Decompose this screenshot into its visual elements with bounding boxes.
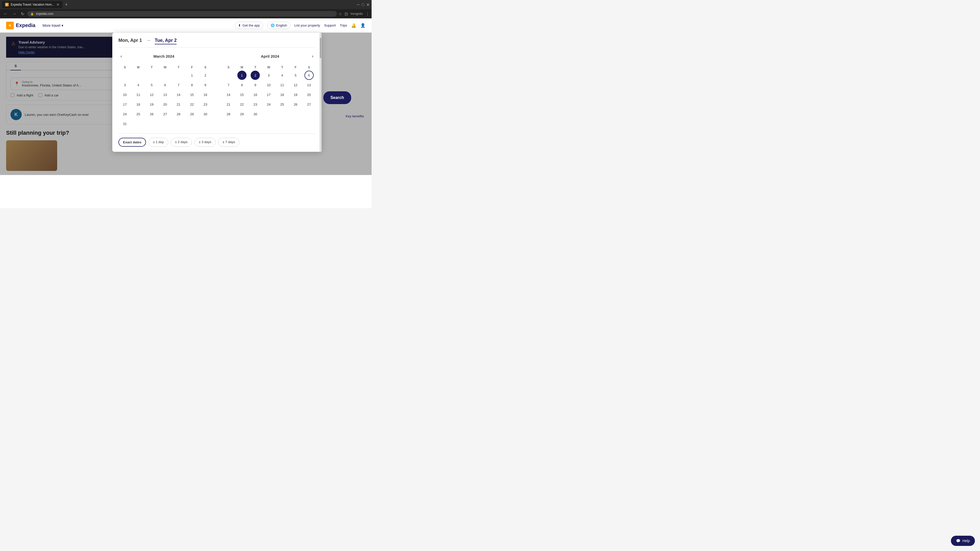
forward-button[interactable]: → — [11, 11, 18, 17]
april-day-3[interactable]: 3 — [264, 71, 273, 80]
day-header-t1: T — [145, 64, 158, 71]
april-day-9[interactable]: 9 — [251, 80, 260, 89]
march-day-8[interactable]: 8 — [187, 80, 197, 89]
notifications-icon[interactable]: 🔔 — [351, 23, 356, 28]
address-bar[interactable]: 🔒 expedia.com — [27, 11, 337, 17]
april-day-6[interactable]: 6 — [304, 71, 313, 80]
extension-icon[interactable]: ⊡ — [345, 11, 348, 16]
march-day-15[interactable]: 15 — [187, 90, 197, 99]
tab-close-button[interactable]: ✕ — [56, 3, 59, 6]
march-day-23[interactable]: 23 — [201, 100, 210, 109]
march-day-13[interactable]: 13 — [161, 90, 170, 99]
march-day-9[interactable]: 9 — [201, 80, 210, 89]
back-button[interactable]: ← — [2, 11, 9, 17]
end-date-field[interactable]: Tue, Apr 2 — [155, 38, 177, 43]
march-day-25[interactable]: 25 — [134, 110, 143, 119]
april-day-20[interactable]: 20 — [304, 90, 313, 99]
scrollbar[interactable] — [320, 33, 321, 152]
logo[interactable]: ✈ Expedia — [6, 22, 35, 29]
april-day-22[interactable]: 22 — [237, 100, 247, 109]
key-benefits-link[interactable]: Key benefits — [345, 114, 364, 118]
maximize-button[interactable]: □ — [362, 2, 364, 7]
start-date-label[interactable]: Mon, Apr 1 — [118, 38, 142, 43]
march-day-5[interactable]: 5 — [147, 80, 156, 89]
march-day-30[interactable]: 30 — [201, 110, 210, 119]
april-day-17[interactable]: 17 — [264, 90, 273, 99]
march-day-18[interactable]: 18 — [134, 100, 143, 109]
language-button[interactable]: 🌐 English — [267, 22, 290, 29]
april-day-10[interactable]: 10 — [264, 80, 273, 89]
march-day-29[interactable]: 29 — [187, 110, 197, 119]
account-icon[interactable]: 👤 — [360, 23, 366, 28]
active-tab[interactable]: E Expedia Travel: Vacation Hom... ✕ — [2, 1, 62, 8]
march-day-27[interactable]: 27 — [161, 110, 170, 119]
march-day-31[interactable]: 31 — [120, 119, 129, 128]
date-filter-Exactdates[interactable]: Exact dates — [118, 138, 146, 147]
close-button[interactable]: ✕ — [366, 2, 369, 7]
april-day-4[interactable]: 4 — [278, 71, 287, 80]
march-day-10[interactable]: 10 — [120, 90, 129, 99]
prev-month-button[interactable]: ‹ — [118, 52, 124, 60]
new-tab-button[interactable]: + — [64, 2, 69, 8]
april-day-5[interactable]: 5 — [291, 71, 300, 80]
march-day-17[interactable]: 17 — [120, 100, 129, 109]
april-day-21[interactable]: 21 — [224, 100, 233, 109]
april-day-25[interactable]: 25 — [278, 100, 287, 109]
date-filter-pm1day[interactable]: ± 1 day — [148, 138, 168, 147]
trips-link[interactable]: Trips — [340, 24, 347, 27]
march-day-28[interactable]: 28 — [174, 110, 183, 119]
minimize-button[interactable]: ─ — [357, 2, 360, 7]
march-day-11[interactable]: 11 — [134, 90, 143, 99]
april-day-15[interactable]: 15 — [237, 90, 247, 99]
april-day-19[interactable]: 19 — [291, 90, 300, 99]
bookmark-icon[interactable]: ☆ — [339, 11, 342, 16]
april-day-29[interactable]: 29 — [237, 110, 247, 119]
search-button[interactable]: Search — [323, 91, 351, 104]
march-day-26[interactable]: 26 — [147, 110, 156, 119]
april-day-2[interactable]: 2 — [251, 71, 260, 80]
april-day-27[interactable]: 27 — [304, 100, 313, 109]
date-filter-pm2days[interactable]: ± 2 days — [171, 138, 192, 147]
march-day-21[interactable]: 21 — [174, 100, 183, 109]
april-day-26[interactable]: 26 — [291, 100, 300, 109]
more-travel-button[interactable]: More travel ▾ — [43, 24, 63, 27]
date-filter-pm7days[interactable]: ± 7 days — [218, 138, 239, 147]
april-day-14[interactable]: 14 — [224, 90, 233, 99]
april-day-11[interactable]: 11 — [278, 80, 287, 89]
march-day-4[interactable]: 4 — [134, 80, 143, 89]
april-day-12[interactable]: 12 — [291, 80, 300, 89]
end-date-label[interactable]: Tue, Apr 2 — [155, 38, 177, 44]
start-date-field[interactable]: Mon, Apr 1 — [118, 38, 142, 43]
april-day-8[interactable]: 8 — [237, 80, 247, 89]
april-day-24[interactable]: 24 — [264, 100, 273, 109]
date-filter-pm3days[interactable]: ± 3 days — [194, 138, 216, 147]
march-day-12[interactable]: 12 — [147, 90, 156, 99]
april-day-30[interactable]: 30 — [251, 110, 260, 119]
march-day-24[interactable]: 24 — [120, 110, 129, 119]
april-day-16[interactable]: 16 — [251, 90, 260, 99]
march-day-14[interactable]: 14 — [174, 90, 183, 99]
april-day-1[interactable]: 1 — [237, 71, 247, 80]
march-day-20[interactable]: 20 — [161, 100, 170, 109]
support-link[interactable]: Support — [324, 24, 336, 27]
march-day-1[interactable]: 1 — [187, 71, 197, 80]
april-day-23[interactable]: 23 — [251, 100, 260, 109]
april-day-13[interactable]: 13 — [304, 80, 313, 89]
april-day-7[interactable]: 7 — [224, 80, 233, 89]
april-day-18[interactable]: 18 — [278, 90, 287, 99]
march-day-16[interactable]: 16 — [201, 90, 210, 99]
scrollbar-thumb[interactable] — [320, 38, 321, 58]
april-day-28[interactable]: 28 — [224, 110, 233, 119]
march-day-6[interactable]: 6 — [161, 80, 170, 89]
list-property-link[interactable]: List your property — [294, 24, 320, 27]
next-month-button[interactable]: › — [310, 52, 315, 60]
march-day-7[interactable]: 7 — [174, 80, 183, 89]
march-day-19[interactable]: 19 — [147, 100, 156, 109]
get-app-button[interactable]: ⬇ Get the app — [235, 22, 263, 29]
reload-button[interactable]: ↻ — [19, 11, 26, 17]
march-day-empty — [134, 71, 143, 80]
menu-icon[interactable]: ⋮ — [366, 11, 369, 16]
march-day-3[interactable]: 3 — [120, 80, 129, 89]
march-day-22[interactable]: 22 — [187, 100, 197, 109]
march-day-2[interactable]: 2 — [201, 71, 210, 80]
